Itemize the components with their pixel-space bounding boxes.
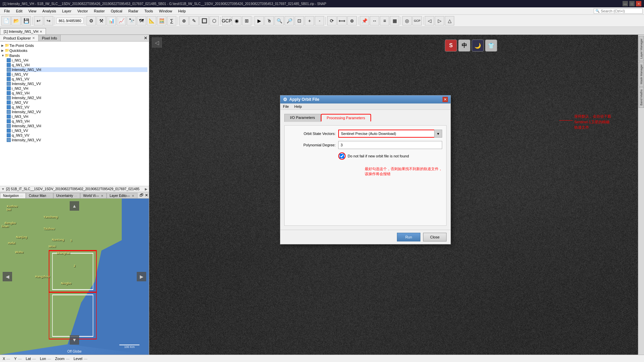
orbit-state-dropdown-arrow[interactable]: ▼ bbox=[434, 130, 442, 138]
tree-item-q-iw2-vv[interactable]: q_IW2_VV bbox=[7, 105, 148, 110]
menu-layer[interactable]: Layer bbox=[59, 8, 74, 14]
apply-orbit-dialog[interactable]: ⚙ Apply Orbit File ✕ File Help I/O Param… bbox=[280, 95, 451, 244]
menu-raster[interactable]: Raster bbox=[91, 8, 107, 14]
menu-help[interactable]: Help bbox=[175, 8, 188, 14]
tab-layer-close[interactable]: ✕ bbox=[132, 194, 134, 198]
menu-file[interactable]: File bbox=[1, 8, 13, 14]
btn-cn[interactable]: 中 bbox=[458, 40, 470, 52]
tool-btn-21[interactable]: ≡ bbox=[380, 16, 389, 25]
dialog-close-footer-button[interactable]: Close bbox=[423, 233, 447, 241]
tool-btn-13[interactable]: ⬡ bbox=[210, 16, 219, 25]
save-button[interactable]: 💾 bbox=[21, 16, 31, 25]
tree-item-bands[interactable]: ▼ 📁 Bands bbox=[1, 53, 148, 58]
panel-maximize-btn[interactable]: 🗗 bbox=[139, 192, 144, 198]
tool-btn-4[interactable]: 📈 bbox=[117, 16, 126, 25]
gcp-button-2[interactable]: GCP bbox=[412, 16, 422, 25]
tool-btn-5[interactable]: 🔭 bbox=[127, 16, 136, 25]
nav-up-button[interactable]: △ bbox=[445, 16, 454, 25]
tab-uncertainty[interactable]: Uncertainty --- bbox=[53, 193, 80, 198]
nav-arrow-right[interactable]: ▶ bbox=[137, 272, 146, 281]
tree-item-intensity-iw1-vh[interactable]: Intensity_IW1_VH bbox=[7, 67, 148, 72]
tab-navigation[interactable]: Navigation --- bbox=[0, 193, 26, 198]
file-dropdown[interactable]: ▼ [2] S1B_IT_SLC__1SDV_1SDV_20190822T095… bbox=[0, 186, 149, 192]
tool-btn-19[interactable]: 🔎 bbox=[285, 16, 294, 25]
menu-vector[interactable]: Vector bbox=[75, 8, 91, 14]
zoom-in-button[interactable]: + bbox=[305, 16, 314, 25]
search-input[interactable] bbox=[601, 9, 641, 13]
tree-item-q-iw3-vh[interactable]: q_IW3_VH bbox=[7, 119, 148, 124]
view-tab-close[interactable]: ✕ bbox=[40, 30, 42, 33]
panel-close-btn[interactable]: ✕ bbox=[142, 35, 149, 41]
nav-right-button[interactable]: ▷ bbox=[435, 16, 444, 25]
dialog-tab-processing[interactable]: Processing Parameters bbox=[321, 114, 371, 122]
nav-arrow-down[interactable]: ▼ bbox=[70, 335, 79, 345]
gcp-button[interactable]: GCP bbox=[222, 16, 231, 25]
menu-window[interactable]: Window bbox=[156, 8, 175, 14]
tool-btn-18[interactable]: 🔍 bbox=[275, 16, 284, 25]
tool-btn-6[interactable]: 🗺 bbox=[137, 16, 146, 25]
tool-btn-3[interactable]: 📊 bbox=[107, 16, 116, 25]
tree-item-i-iw2-vv[interactable]: i_IW2_VV bbox=[7, 100, 148, 105]
tree-item-tie-point-grids[interactable]: ▶ 📁 Tie-Point Grids bbox=[1, 43, 148, 48]
dialog-menu-help[interactable]: Help bbox=[293, 104, 303, 109]
tab-layer-editor[interactable]: Layer Edito--- ✕ bbox=[107, 193, 137, 198]
tree-item-q-iw3-vv[interactable]: q_IW3_VV bbox=[7, 133, 148, 138]
tool-btn-7[interactable]: 📐 bbox=[147, 16, 156, 25]
panel-close-btn-2[interactable]: ✕ bbox=[144, 192, 149, 198]
tree-item-i-iw1-vv[interactable]: i_IW1_VV bbox=[7, 72, 148, 77]
tree-item-i-iw3-vh[interactable]: i_IW3_VH bbox=[7, 114, 148, 119]
tree-item-q-iw1-vh[interactable]: q_IW1_VH bbox=[7, 63, 148, 67]
redo-button[interactable]: ↪ bbox=[44, 16, 53, 25]
dialog-tab-io[interactable]: I/O Parameters bbox=[284, 114, 321, 122]
run-button[interactable]: Run bbox=[397, 233, 420, 241]
tool-btn-10[interactable]: ⊕ bbox=[179, 16, 189, 25]
close-button[interactable]: ✕ bbox=[636, 1, 641, 6]
maximize-button[interactable]: □ bbox=[629, 1, 635, 6]
satellite-view[interactable]: ◁ S 中 🌙 👕 ⚙ Apply Orbit File ✕ bbox=[149, 35, 638, 355]
zoom-fit-button[interactable]: ⊡ bbox=[295, 16, 304, 25]
tab-product-explorer-close[interactable]: ✕ bbox=[32, 36, 35, 40]
pin-button[interactable]: 📌 bbox=[360, 16, 369, 25]
tab-world-close[interactable]: ✕ bbox=[101, 194, 104, 198]
rotate-button[interactable]: ⟳ bbox=[327, 16, 337, 25]
tool-btn-12[interactable]: 🔲 bbox=[199, 16, 209, 25]
zoom-out-button[interactable]: - bbox=[315, 16, 324, 25]
menu-edit[interactable]: Edit bbox=[13, 8, 25, 14]
tool-btn-14[interactable]: ◉ bbox=[232, 16, 241, 25]
nav-arrow-up[interactable]: ▲ bbox=[70, 201, 79, 211]
menu-view[interactable]: View bbox=[26, 8, 39, 14]
tool-btn-11[interactable]: ✎ bbox=[189, 16, 199, 25]
undo-button[interactable]: ↩ bbox=[34, 16, 43, 25]
map-view[interactable]: Xuzhou bei Yancheng Bengbu linan Taizhou… bbox=[0, 199, 149, 355]
layer-manager-tab[interactable]: Layer Manager bbox=[639, 36, 644, 61]
tree-item-q-iw2-vh[interactable]: q_IW2_VH bbox=[7, 91, 148, 95]
nav-left-button[interactable]: ◁ bbox=[425, 16, 434, 25]
new-button[interactable]: 📄 bbox=[1, 16, 11, 25]
tree-item-i-iw2-vh[interactable]: i_IW2_VH bbox=[7, 86, 148, 91]
tree-item-i-iw3-vv[interactable]: i_IW3_VV bbox=[7, 128, 148, 133]
dialog-menu-file[interactable]: File bbox=[282, 104, 290, 109]
tab-world-view[interactable]: World Vi--- ✕ bbox=[80, 193, 107, 198]
tree-item-i-iw1-vh[interactable]: i_IW1_VH bbox=[7, 58, 148, 63]
tool-btn-20[interactable]: ⊕ bbox=[347, 16, 357, 25]
menu-optical[interactable]: Optical bbox=[108, 8, 125, 14]
tool-btn-9[interactable]: ∑ bbox=[167, 16, 176, 25]
nav-arrow-left[interactable]: ◀ bbox=[3, 272, 12, 281]
sync-button[interactable]: ↔ bbox=[370, 16, 379, 25]
menu-analysis[interactable]: Analysis bbox=[40, 8, 59, 14]
tree-item-intensity-iw2-vh[interactable]: Intensity_IW2_VH bbox=[7, 95, 148, 100]
tree-item-q-iw1-vv[interactable]: q_IW1_VV bbox=[7, 77, 148, 81]
btn-moon[interactable]: 🌙 bbox=[472, 40, 484, 52]
minimize-button[interactable]: — bbox=[623, 1, 628, 6]
band-maths-tab[interactable]: Band Maths bbox=[639, 87, 644, 108]
view-tab-intensity[interactable]: [1] Intensity_IW1_VH ✕ bbox=[0, 28, 46, 34]
tool-btn-16[interactable]: ▶ bbox=[254, 16, 264, 25]
tab-pixel-info[interactable]: Pixel Info bbox=[39, 35, 61, 41]
mask-manager-tab[interactable]: Mask Manager bbox=[639, 62, 644, 87]
menu-tools[interactable]: Tools bbox=[142, 8, 156, 14]
btn-s[interactable]: S bbox=[445, 40, 457, 52]
polynomial-input[interactable] bbox=[338, 141, 442, 149]
sat-nav-left-arrow[interactable]: ◁ bbox=[152, 38, 162, 48]
dialog-close-button[interactable]: ✕ bbox=[443, 97, 448, 102]
tree-item-intensity-iw2-vv[interactable]: Intensity_IW2_VV bbox=[7, 110, 148, 114]
